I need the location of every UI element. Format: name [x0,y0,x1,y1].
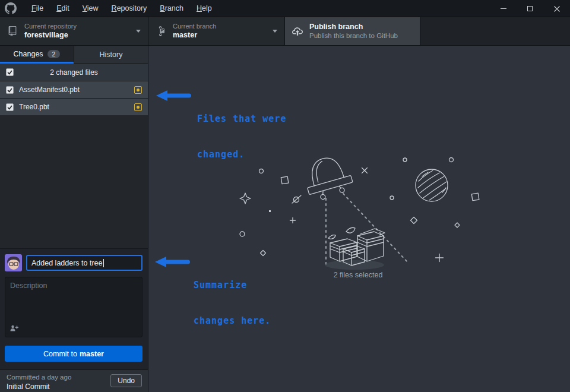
toolbar: Current repository forestvillage Current… [0,17,570,46]
file-checkbox[interactable] [6,103,14,111]
commit-description-input[interactable]: Description [5,277,142,337]
description-placeholder: Description [10,282,48,290]
repository-name: forestvillage [24,31,77,40]
modified-status-icon [134,86,142,94]
minimize-icon [501,8,506,9]
annotation-arrow-icon [156,90,192,102]
undo-button[interactable]: Undo [110,374,142,387]
menu-view[interactable]: View [76,2,105,15]
branch-icon [156,26,166,36]
github-logo-icon [5,2,17,14]
publish-subtitle: Publish this branch to GitHub [309,31,398,40]
window-controls [490,0,570,17]
repo-icon [7,26,18,36]
files-selected-caption: 2 files selected [299,271,417,279]
maximize-button[interactable] [517,0,543,17]
annotation-summarize: Summarize changes here. [194,255,271,350]
changed-files-header: 2 changed files [0,64,148,81]
annotation-arrow-icon [154,256,191,268]
last-commit-status: Committed a day ago [7,374,71,381]
tab-history-label: History [100,50,123,59]
close-button[interactable] [543,0,570,17]
last-commit-title: Initial Commit [7,382,50,391]
chevron-down-icon [136,30,141,33]
branch-label: Current branch [173,23,216,31]
commit-button[interactable]: Commit to master [5,346,142,362]
sidebar-tabs: Changes 2 History [0,46,148,64]
select-all-checkbox[interactable] [6,68,14,76]
menu-edit[interactable]: Edit [50,2,76,15]
menu-branch[interactable]: Branch [153,2,190,15]
titlebar: File Edit View Repository Branch Help [0,0,570,17]
changes-sidebar: Changes 2 History 2 changed files AssetM… [0,46,148,392]
commit-summary-value: Added ladders to tree [31,259,103,267]
menu-file[interactable]: File [25,2,50,15]
tab-changes-label: Changes [14,50,43,58]
menu-repository[interactable]: Repository [105,2,154,15]
changed-files-count: 2 changed files [0,68,148,77]
minimize-button[interactable] [490,0,517,17]
commit-panel: Added ladders to tree Description Commit… [0,248,148,369]
commit-summary-input[interactable]: Added ladders to tree [26,255,142,271]
changes-count-badge: 2 [48,50,61,58]
commit-button-prefix: Commit to [43,350,77,358]
publish-branch-button[interactable]: Publish branch Publish this branch to Gi… [285,17,420,45]
current-branch-dropdown[interactable]: Current branch master [148,17,285,45]
text-caret [103,259,104,267]
tab-changes[interactable]: Changes 2 [0,46,74,64]
file-row[interactable]: AssetManifest0.pbt [0,81,148,98]
branch-name: master [173,31,216,40]
maximize-icon [527,6,533,11]
file-name: AssetManifest0.pbt [19,86,134,94]
last-commit-bar: Committed a day ago Initial Commit Undo [0,369,148,392]
modified-status-icon [134,103,142,111]
close-icon [554,6,560,12]
github-desktop-window: File Edit View Repository Branch Help Cu… [0,0,570,392]
add-coauthor-button[interactable] [10,325,18,333]
tab-history[interactable]: History [74,46,148,64]
publish-title: Publish branch [309,23,398,32]
cloud-upload-icon [292,26,303,37]
repository-label: Current repository [24,23,77,31]
file-name: Tree0.pbt [19,103,134,111]
menu-help[interactable]: Help [190,2,218,15]
chevron-down-icon [273,30,277,33]
current-repository-dropdown[interactable]: Current repository forestvillage [0,17,148,45]
commit-button-branch: master [80,350,104,358]
file-row[interactable]: Tree0.pbt [0,98,148,115]
avatar [5,254,22,271]
annotation-files-changed: Files that were changed. [197,89,286,184]
file-checkbox[interactable] [6,86,14,94]
